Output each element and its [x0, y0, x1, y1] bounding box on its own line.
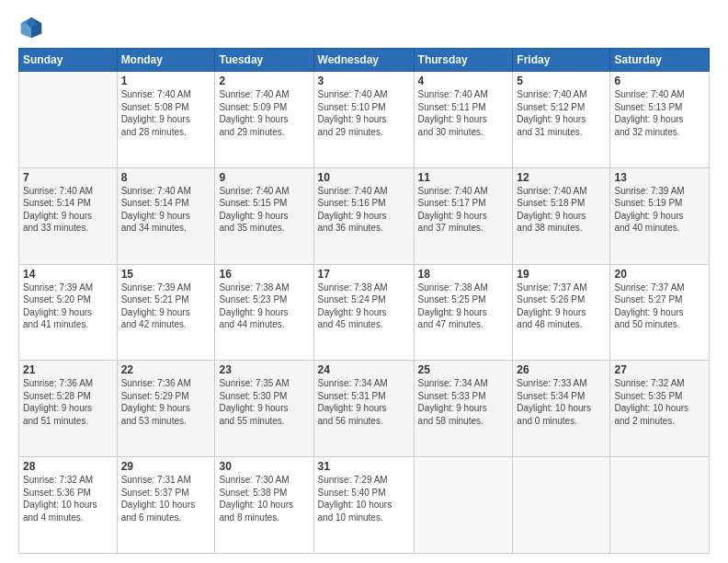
day-detail: Sunrise: 7:38 AMSunset: 5:23 PMDaylight:… — [219, 282, 309, 331]
day-detail: Sunrise: 7:32 AMSunset: 5:36 PMDaylight:… — [23, 474, 113, 523]
week-row-3: 14Sunrise: 7:39 AMSunset: 5:20 PMDayligh… — [19, 264, 710, 361]
day-number: 24 — [318, 363, 410, 376]
day-detail: Sunrise: 7:37 AMSunset: 5:27 PMDaylight:… — [614, 282, 705, 331]
day-cell: 4Sunrise: 7:40 AMSunset: 5:11 PMDaylight… — [414, 72, 513, 168]
day-detail: Sunrise: 7:40 AMSunset: 5:17 PMDaylight:… — [418, 185, 509, 235]
day-detail: Sunrise: 7:38 AMSunset: 5:25 PMDaylight:… — [418, 282, 509, 331]
day-cell — [19, 72, 118, 168]
day-detail: Sunrise: 7:34 AMSunset: 5:31 PMDaylight:… — [318, 377, 410, 427]
day-cell: 10Sunrise: 7:40 AMSunset: 5:16 PMDayligh… — [313, 167, 414, 264]
day-detail: Sunrise: 7:40 AMSunset: 5:13 PMDaylight:… — [614, 88, 705, 138]
day-cell: 13Sunrise: 7:39 AMSunset: 5:19 PMDayligh… — [610, 167, 710, 264]
day-detail: Sunrise: 7:34 AMSunset: 5:33 PMDaylight:… — [418, 377, 509, 427]
day-number: 3 — [318, 75, 410, 87]
week-row-2: 7Sunrise: 7:40 AMSunset: 5:14 PMDaylight… — [19, 167, 710, 264]
day-number: 22 — [121, 363, 211, 376]
day-number: 7 — [23, 171, 113, 184]
day-detail: Sunrise: 7:40 AMSunset: 5:18 PMDaylight:… — [517, 185, 606, 235]
week-row-4: 21Sunrise: 7:36 AMSunset: 5:28 PMDayligh… — [19, 361, 710, 457]
week-row-5: 28Sunrise: 7:32 AMSunset: 5:36 PMDayligh… — [19, 457, 710, 554]
day-cell — [610, 457, 710, 554]
page: SundayMondayTuesdayWednesdayThursdayFrid… — [0, 0, 728, 563]
header-cell-thursday: Thursday — [414, 49, 513, 72]
day-number: 4 — [418, 75, 509, 87]
day-number: 30 — [219, 460, 309, 473]
day-detail: Sunrise: 7:40 AMSunset: 5:10 PMDaylight:… — [318, 88, 410, 138]
day-cell: 1Sunrise: 7:40 AMSunset: 5:08 PMDaylight… — [117, 72, 215, 168]
day-number: 15 — [121, 268, 211, 281]
day-number: 2 — [219, 75, 309, 87]
day-detail: Sunrise: 7:37 AMSunset: 5:26 PMDaylight:… — [517, 282, 606, 331]
day-number: 6 — [614, 75, 705, 87]
day-number: 26 — [517, 363, 606, 376]
day-cell: 31Sunrise: 7:29 AMSunset: 5:40 PMDayligh… — [313, 457, 414, 554]
day-number: 29 — [121, 460, 211, 473]
day-detail: Sunrise: 7:40 AMSunset: 5:08 PMDaylight:… — [121, 88, 211, 138]
day-detail: Sunrise: 7:39 AMSunset: 5:19 PMDaylight:… — [614, 185, 705, 235]
day-number: 12 — [517, 171, 606, 184]
day-number: 19 — [517, 268, 606, 281]
day-cell: 20Sunrise: 7:37 AMSunset: 5:27 PMDayligh… — [610, 264, 710, 361]
day-cell: 5Sunrise: 7:40 AMSunset: 5:12 PMDaylight… — [513, 72, 610, 168]
day-detail: Sunrise: 7:40 AMSunset: 5:15 PMDaylight:… — [219, 185, 309, 235]
day-detail: Sunrise: 7:32 AMSunset: 5:35 PMDaylight:… — [614, 377, 705, 427]
day-detail: Sunrise: 7:35 AMSunset: 5:30 PMDaylight:… — [219, 377, 309, 427]
day-cell: 11Sunrise: 7:40 AMSunset: 5:17 PMDayligh… — [414, 167, 513, 264]
day-cell: 25Sunrise: 7:34 AMSunset: 5:33 PMDayligh… — [414, 361, 513, 457]
day-number: 17 — [318, 268, 410, 281]
day-cell — [513, 457, 610, 554]
day-detail: Sunrise: 7:36 AMSunset: 5:29 PMDaylight:… — [121, 377, 211, 427]
day-number: 13 — [614, 171, 705, 184]
header-cell-friday: Friday — [513, 49, 610, 72]
day-cell: 12Sunrise: 7:40 AMSunset: 5:18 PMDayligh… — [513, 167, 610, 264]
header-cell-saturday: Saturday — [610, 49, 710, 72]
day-cell: 28Sunrise: 7:32 AMSunset: 5:36 PMDayligh… — [19, 457, 118, 554]
day-cell: 30Sunrise: 7:30 AMSunset: 5:38 PMDayligh… — [215, 457, 313, 554]
day-number: 14 — [23, 268, 113, 281]
day-detail: Sunrise: 7:40 AMSunset: 5:12 PMDaylight:… — [517, 88, 606, 138]
day-detail: Sunrise: 7:39 AMSunset: 5:20 PMDaylight:… — [23, 282, 113, 331]
day-number: 8 — [121, 171, 211, 184]
day-cell: 8Sunrise: 7:40 AMSunset: 5:14 PMDaylight… — [117, 167, 215, 264]
day-detail: Sunrise: 7:36 AMSunset: 5:28 PMDaylight:… — [23, 377, 113, 427]
day-cell: 14Sunrise: 7:39 AMSunset: 5:20 PMDayligh… — [19, 264, 118, 361]
day-number: 27 — [614, 363, 705, 376]
day-number: 28 — [23, 460, 113, 473]
header-cell-wednesday: Wednesday — [313, 49, 414, 72]
day-detail: Sunrise: 7:30 AMSunset: 5:38 PMDaylight:… — [219, 474, 309, 523]
day-detail: Sunrise: 7:40 AMSunset: 5:14 PMDaylight:… — [121, 185, 211, 235]
day-cell: 26Sunrise: 7:33 AMSunset: 5:34 PMDayligh… — [513, 361, 610, 457]
day-cell: 3Sunrise: 7:40 AMSunset: 5:10 PMDaylight… — [313, 72, 414, 168]
day-detail: Sunrise: 7:40 AMSunset: 5:09 PMDaylight:… — [219, 88, 309, 138]
day-cell: 29Sunrise: 7:31 AMSunset: 5:37 PMDayligh… — [117, 457, 215, 554]
calendar-header: SundayMondayTuesdayWednesdayThursdayFrid… — [19, 49, 710, 72]
day-cell: 18Sunrise: 7:38 AMSunset: 5:25 PMDayligh… — [414, 264, 513, 361]
day-cell: 17Sunrise: 7:38 AMSunset: 5:24 PMDayligh… — [313, 264, 414, 361]
day-number: 20 — [614, 268, 705, 281]
day-cell: 16Sunrise: 7:38 AMSunset: 5:23 PMDayligh… — [215, 264, 313, 361]
day-number: 23 — [219, 363, 309, 376]
day-detail: Sunrise: 7:29 AMSunset: 5:40 PMDaylight:… — [318, 474, 410, 523]
day-cell: 7Sunrise: 7:40 AMSunset: 5:14 PMDaylight… — [19, 167, 118, 264]
day-detail: Sunrise: 7:31 AMSunset: 5:37 PMDaylight:… — [121, 474, 211, 523]
calendar-body: 1Sunrise: 7:40 AMSunset: 5:08 PMDaylight… — [19, 72, 710, 554]
day-cell: 19Sunrise: 7:37 AMSunset: 5:26 PMDayligh… — [513, 264, 610, 361]
header — [18, 15, 710, 40]
day-cell: 24Sunrise: 7:34 AMSunset: 5:31 PMDayligh… — [313, 361, 414, 457]
week-row-1: 1Sunrise: 7:40 AMSunset: 5:08 PMDaylight… — [19, 72, 710, 168]
day-cell — [414, 457, 513, 554]
day-detail: Sunrise: 7:38 AMSunset: 5:24 PMDaylight:… — [318, 282, 410, 331]
day-cell: 23Sunrise: 7:35 AMSunset: 5:30 PMDayligh… — [215, 361, 313, 457]
header-cell-tuesday: Tuesday — [215, 49, 313, 72]
logo — [18, 15, 48, 40]
day-cell: 9Sunrise: 7:40 AMSunset: 5:15 PMDaylight… — [215, 167, 313, 264]
logo-icon — [18, 15, 44, 40]
day-number: 5 — [517, 75, 606, 87]
day-detail: Sunrise: 7:33 AMSunset: 5:34 PMDaylight:… — [517, 377, 606, 427]
header-cell-sunday: Sunday — [19, 49, 118, 72]
day-cell: 6Sunrise: 7:40 AMSunset: 5:13 PMDaylight… — [610, 72, 710, 168]
day-number: 21 — [23, 363, 113, 376]
day-number: 31 — [318, 460, 410, 473]
day-number: 11 — [418, 171, 509, 184]
day-cell: 2Sunrise: 7:40 AMSunset: 5:09 PMDaylight… — [215, 72, 313, 168]
